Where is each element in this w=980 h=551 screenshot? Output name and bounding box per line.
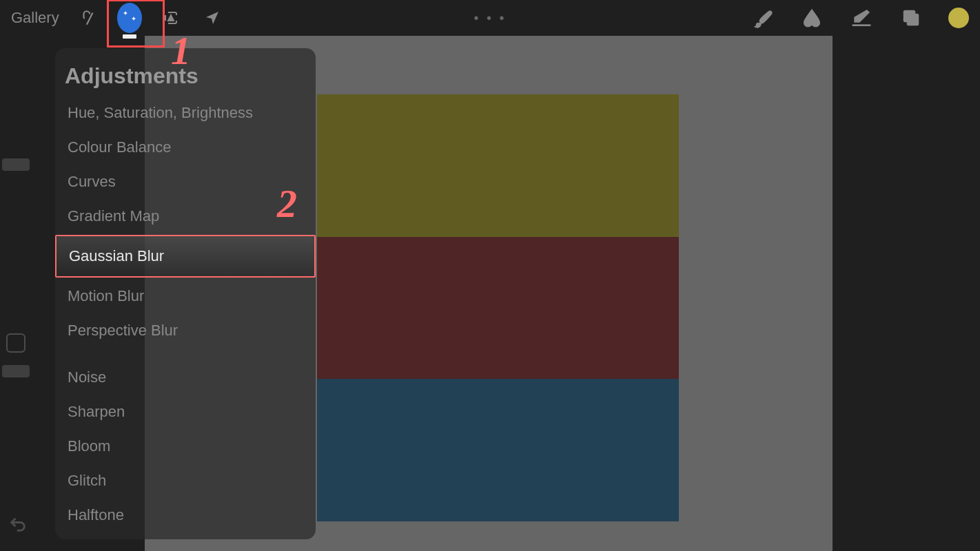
artwork-stripe-yellow <box>317 94 679 237</box>
toolbar-drag-handle[interactable]: • • • <box>473 10 506 26</box>
actions-icon[interactable] <box>76 6 101 30</box>
artwork-stripe-blue <box>317 379 679 521</box>
menu-item-noise[interactable]: Noise <box>55 360 316 395</box>
color-swatch-button[interactable] <box>948 8 969 28</box>
adjustments-popover: Adjustments Hue, Saturation, Brightness … <box>55 48 316 539</box>
svg-rect-0 <box>853 24 871 26</box>
brush-size-slider[interactable] <box>2 158 30 171</box>
smudge-icon[interactable] <box>799 6 824 30</box>
menu-item-sharpen[interactable]: Sharpen <box>55 395 316 429</box>
side-slider-top-group <box>0 158 31 353</box>
menu-item-perspective-blur[interactable]: Perspective Blur <box>55 313 316 348</box>
eraser-icon[interactable] <box>849 6 874 30</box>
menu-item-gradient-map[interactable]: Gradient Map <box>55 199 316 233</box>
menu-item-gaussian-blur[interactable]: Gaussian Blur <box>57 236 314 276</box>
canvas-artwork <box>317 94 679 521</box>
popover-title: Adjustments <box>55 63 316 96</box>
side-slider-bottom-group <box>0 365 31 377</box>
modify-button[interactable] <box>6 333 25 353</box>
layers-icon[interactable] <box>899 6 923 30</box>
undo-icon[interactable] <box>8 515 28 537</box>
menu-item-label: Gaussian Blur <box>69 247 164 264</box>
menu-separator <box>55 348 316 360</box>
brush-icon[interactable] <box>750 6 775 30</box>
menu-item-motion-blur[interactable]: Motion Blur <box>55 279 316 313</box>
menu-item-halftone[interactable]: Halftone <box>55 498 316 532</box>
menu-item-hsb[interactable]: Hue, Saturation, Brightness <box>55 96 316 130</box>
transform-icon[interactable] <box>200 6 225 30</box>
menu-item-colour-balance[interactable]: Colour Balance <box>55 130 316 165</box>
annotation-highlight-1 <box>107 0 165 48</box>
svg-rect-2 <box>907 14 919 26</box>
gallery-button[interactable]: Gallery <box>11 9 59 27</box>
menu-item-curves[interactable]: Curves <box>55 165 316 199</box>
toolbar-right-group <box>750 6 969 30</box>
artwork-stripe-red <box>317 237 679 380</box>
menu-item-glitch[interactable]: Glitch <box>55 464 316 498</box>
menu-item-bloom[interactable]: Bloom <box>55 429 316 464</box>
brush-opacity-slider[interactable] <box>2 365 30 377</box>
